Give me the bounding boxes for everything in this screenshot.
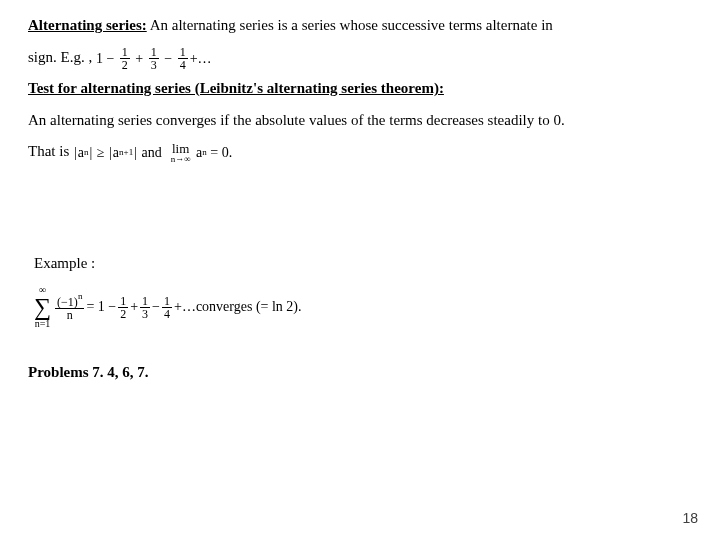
test-heading: Test for alternating series (Leibnitz's … bbox=[28, 73, 692, 105]
slide-content: Alternating series: An alternating serie… bbox=[0, 0, 720, 389]
example-formula: ∞ ∑ n=1 (−1)n n = 1 − 12 + 13 − 14 +… co… bbox=[34, 285, 692, 329]
sigma-icon: ∞ ∑ n=1 bbox=[34, 285, 51, 329]
example-block: Example : ∞ ∑ n=1 (−1)n n = 1 − 12 + 13 … bbox=[34, 248, 692, 330]
example-series-1: 1 − 12 + 13 − 14 +… bbox=[96, 44, 212, 73]
example-label: Example : bbox=[34, 248, 692, 280]
def-text-1: An alternating series is a series whose … bbox=[147, 10, 553, 42]
definition-line-1: Alternating series: An alternating serie… bbox=[28, 10, 692, 42]
def-heading: Alternating series: bbox=[28, 10, 147, 42]
test-statement: An alternating series converges if the a… bbox=[28, 105, 692, 137]
problems-reference: Problems 7. 4, 6, 7. bbox=[28, 357, 692, 389]
test-condition-line: That is | an | ≥ | an+1 | and lim n→∞ an… bbox=[28, 136, 692, 168]
condition-formula: | an | ≥ | an+1 | and lim n→∞ an = 0. bbox=[73, 138, 232, 167]
definition-line-2: sign. E.g. , 1 − 12 + 13 − 14 +… bbox=[28, 42, 692, 74]
def-text-2: sign. E.g. , bbox=[28, 42, 96, 74]
page-number: 18 bbox=[682, 510, 698, 526]
